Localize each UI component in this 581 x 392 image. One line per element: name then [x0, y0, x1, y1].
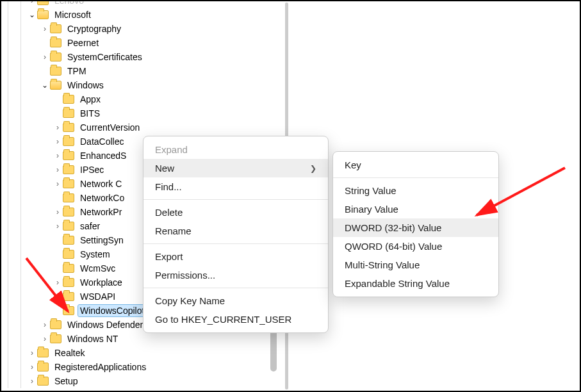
tree-row[interactable]: ›Realtek	[1, 346, 283, 360]
tree-node-label[interactable]: BITS	[78, 108, 102, 119]
tree-node-label[interactable]: Windows NT	[65, 333, 120, 345]
submenu-multistring-value[interactable]: Multi-String Value	[333, 256, 498, 274]
tree-node-label[interactable]: Microsoft	[53, 9, 93, 20]
tree-row[interactable]: BITS	[1, 106, 283, 120]
chevron-right-icon[interactable]: ›	[53, 275, 63, 290]
tree-node-label[interactable]: EnhancedS	[78, 150, 128, 161]
chevron-right-icon[interactable]: ›	[40, 22, 50, 36]
tree-row[interactable]: ›Lenovo	[1, 1, 283, 8]
menu-copy-key-name[interactable]: Copy Key Name	[143, 291, 328, 310]
tree-row[interactable]: ⌄Windows	[1, 78, 283, 92]
menu-export[interactable]: Export	[143, 247, 328, 266]
chevron-right-icon[interactable]: ›	[40, 318, 50, 332]
tree-node-label[interactable]: CurrentVersion	[78, 122, 142, 133]
chevron-right-icon[interactable]: ›	[53, 163, 63, 177]
tree-node-label[interactable]: TPM	[65, 65, 88, 77]
tree-guide-line	[20, 8, 21, 22]
tree-row[interactable]: Peernet	[1, 36, 283, 50]
tree-row[interactable]: Appx	[1, 92, 283, 106]
twisty-none	[53, 233, 63, 247]
tree-node-label[interactable]: Appx	[78, 94, 102, 105]
menu-permissions[interactable]: Permissions...	[143, 266, 328, 284]
tree-node-label[interactable]: SystemCertificates	[65, 51, 144, 63]
tree-node-label[interactable]: SettingSyn	[78, 234, 126, 246]
tree-guide-line	[20, 346, 21, 360]
folder-icon	[63, 306, 74, 315]
menu-label: Rename	[155, 225, 192, 236]
tree-node-label[interactable]: IPSec	[78, 164, 106, 176]
indent-spacer	[40, 191, 53, 205]
context-menu[interactable]: Expand New ❯ Find... Delete Rename Expor…	[143, 136, 329, 333]
tree-guide-line	[20, 290, 21, 304]
indent-spacer	[27, 120, 40, 135]
indent-spacer	[27, 191, 40, 205]
tree-row[interactable]: ›Windows NT	[1, 332, 283, 346]
tree-row[interactable]: ›Setup	[1, 374, 283, 388]
tree-node-label[interactable]: Cryptography	[65, 23, 123, 35]
submenu-binary-value[interactable]: Binary Value	[333, 200, 498, 218]
tree-node-label[interactable]: NetworkCo	[78, 192, 126, 204]
chevron-right-icon[interactable]: ›	[53, 149, 63, 163]
tree-node-label[interactable]: RegisteredApplications	[53, 361, 148, 373]
tree-row[interactable]: ⌄Microsoft	[1, 8, 283, 22]
chevron-down-icon[interactable]: ⌄	[27, 8, 37, 22]
tree-node-label[interactable]: WindowsCopilot	[78, 305, 146, 316]
chevron-right-icon[interactable]: ›	[53, 219, 63, 233]
chevron-right-icon[interactable]: ›	[27, 374, 37, 388]
tree-node-label[interactable]: Lenovo	[53, 1, 86, 6]
context-submenu-new[interactable]: Key String Value Binary Value DWORD (32-…	[332, 151, 499, 297]
tree-row[interactable]: ›CurrentVersion	[1, 120, 283, 135]
submenu-qword-value[interactable]: QWORD (64-bit) Value	[333, 237, 498, 256]
tree-node-label[interactable]: System	[78, 249, 112, 260]
tree-guide-line	[20, 50, 21, 64]
chevron-right-icon[interactable]: ›	[27, 360, 37, 374]
submenu-key[interactable]: Key	[333, 156, 498, 174]
chevron-right-icon[interactable]: ›	[53, 177, 63, 191]
tree-node-label[interactable]: DataCollec	[78, 136, 126, 147]
tree-node-label[interactable]: Peernet	[65, 37, 101, 49]
tree-node-label[interactable]: Windows	[65, 79, 106, 91]
menu-goto-hkcu[interactable]: Go to HKEY_CURRENT_USER	[143, 310, 328, 329]
tree-node-label[interactable]: Workplace	[78, 277, 124, 288]
indent-spacer	[27, 36, 40, 50]
chevron-right-icon[interactable]: ›	[40, 50, 50, 64]
folder-icon	[37, 377, 49, 386]
tree-node-label[interactable]: Setup	[53, 375, 80, 387]
tree-guide-line	[8, 120, 8, 135]
tree-guide-line	[8, 304, 8, 318]
tree-node-label[interactable]: NetworkPr	[78, 206, 124, 218]
tree-guide-line	[20, 177, 21, 191]
tree-node-label[interactable]: Network C	[78, 178, 124, 190]
chevron-down-icon[interactable]: ⌄	[40, 78, 50, 92]
chevron-right-icon[interactable]: ›	[53, 120, 63, 135]
menu-new[interactable]: New ❯	[143, 159, 328, 177]
menu-expand[interactable]: Expand	[143, 140, 328, 159]
menu-rename[interactable]: Rename	[143, 222, 328, 240]
tree-guide-line	[8, 318, 8, 332]
chevron-right-icon[interactable]: ›	[27, 346, 37, 360]
tree-node-label[interactable]: Windows Defender	[65, 319, 145, 331]
twisty-none	[53, 92, 63, 106]
submenu-expandstring-value[interactable]: Expandable String Value	[333, 274, 498, 293]
menu-label: Find...	[155, 181, 182, 192]
submenu-string-value[interactable]: String Value	[333, 181, 498, 200]
tree-node-label[interactable]: WcmSvc	[78, 263, 117, 274]
tree-node-label[interactable]: Realtek	[53, 347, 86, 359]
tree-guide-line	[20, 332, 21, 346]
chevron-right-icon[interactable]: ›	[40, 332, 50, 346]
tree-node-label[interactable]: WSDAPI	[78, 291, 117, 302]
chevron-right-icon[interactable]: ›	[27, 1, 37, 8]
menu-delete[interactable]: Delete	[143, 203, 328, 222]
chevron-right-icon[interactable]: ›	[53, 135, 63, 149]
chevron-right-icon[interactable]: ›	[53, 205, 63, 219]
indent-spacer	[27, 50, 40, 64]
menu-find[interactable]: Find...	[143, 177, 328, 196]
submenu-dword-value[interactable]: DWORD (32-bit) Value	[333, 218, 498, 237]
tree-row[interactable]: ›Cryptography	[1, 22, 283, 36]
tree-row[interactable]: ›RegisteredApplications	[1, 360, 283, 374]
tree-row[interactable]: TPM	[1, 64, 283, 78]
chevron-right-icon: ❯	[310, 164, 316, 173]
tree-guide-line	[20, 149, 21, 163]
tree-node-label[interactable]: safer	[78, 220, 102, 232]
tree-row[interactable]: ›SystemCertificates	[1, 50, 283, 64]
